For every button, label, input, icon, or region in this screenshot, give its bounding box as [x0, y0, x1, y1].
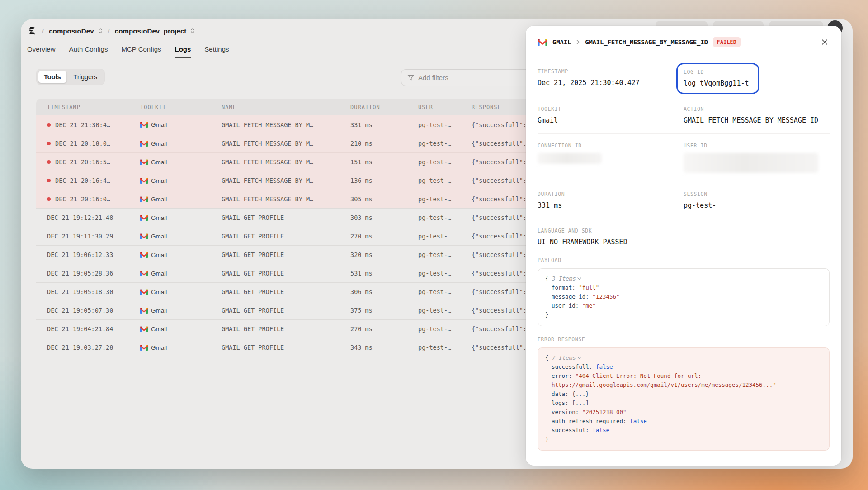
gmail-icon — [140, 141, 148, 147]
panel-action-title: GMAIL_FETCH_MESSAGE_BY_MESSAGE_ID — [585, 38, 708, 46]
cell-toolkit: Gmail — [140, 270, 222, 277]
error-response-label: ERROR RESPONSE — [538, 336, 830, 343]
tab-logs[interactable]: Logs — [175, 45, 191, 58]
json-entry-successful: successful: false — [545, 426, 822, 435]
composio-logo-icon[interactable] — [27, 26, 37, 36]
log-detail-body: TIMESTAMP Dec 21, 2025 21:30:40.427 LOG … — [526, 57, 841, 451]
json-entry-continuation: https://gmail.googleapis.com/gmail/v1/us… — [545, 381, 822, 390]
segment-triggers[interactable]: Triggers — [68, 71, 104, 83]
cell-name: GMAIL_GET_PROFILE — [222, 288, 350, 295]
close-icon[interactable] — [820, 37, 830, 47]
column-header-timestamp: TIMESTAMP — [47, 104, 140, 110]
project-switcher-icon[interactable] — [190, 27, 195, 34]
payload-json-viewer[interactable]: { 3 Itemsformat: "full"message_id: "1234… — [538, 268, 830, 326]
field-log-id: LOG ID log_tVqomBgg11-t — [684, 68, 830, 88]
cell-name: GMAIL_GET_PROFILE — [222, 307, 350, 314]
cell-toolkit: Gmail — [140, 121, 222, 128]
tab-settings[interactable]: Settings — [204, 45, 229, 58]
tab-overview[interactable]: Overview — [27, 45, 56, 58]
cell-duration: 305 ms — [350, 195, 418, 203]
cell-toolkit: Gmail — [140, 252, 222, 258]
log-id-focus-ring[interactable]: LOG ID log_tVqomBgg11-t — [676, 63, 760, 94]
cell-timestamp: DEC 21 19:05:07.30 — [47, 307, 140, 314]
error-response-json-viewer[interactable]: { 7 Itemssuccessfull: falseerror: "404 C… — [538, 347, 830, 451]
cell-toolkit: Gmail — [140, 326, 222, 333]
field-row: LANGUAGE AND SDK UI NO_FRAMEWORK_PASSED — [538, 219, 830, 255]
cell-name: GMAIL_GET_PROFILE — [222, 344, 350, 351]
gmail-icon — [140, 196, 148, 202]
status-badge: FAILED — [713, 37, 741, 47]
cell-user: pg-test-… — [418, 251, 472, 258]
segment-tools[interactable]: Tools — [38, 71, 67, 83]
json-items-summary[interactable]: { 7 Items — [545, 353, 822, 362]
app-window: / composioDev / composioDev_project Over… — [21, 19, 853, 469]
field-toolkit: TOOLKIT Gmail — [538, 106, 684, 124]
cell-timestamp: DEC 21 19:11:30.29 — [47, 233, 140, 240]
json-entry-format: format: "full" — [545, 283, 822, 292]
gmail-icon — [140, 345, 148, 351]
cell-duration: 210 ms — [350, 140, 418, 147]
payload-label: PAYLOAD — [538, 257, 830, 263]
cell-user: pg-test-… — [418, 195, 472, 203]
column-header-user: USER — [418, 104, 472, 110]
json-entry-error: error: "404 Client Error: Not Found for … — [545, 371, 822, 381]
chevron-right-icon — [576, 39, 580, 45]
json-entry-user_id: user_id: "me" — [545, 301, 822, 310]
cell-name: GMAIL_FETCH_MESSAGE_BY_M… — [222, 140, 350, 147]
cell-name: GMAIL_GET_PROFILE — [222, 325, 350, 333]
log-detail-header: GMAIL GMAIL_FETCH_MESSAGE_BY_MESSAGE_ID … — [526, 26, 841, 57]
json-entry-auth_refresh_required: auth_refresh_required: false — [545, 417, 822, 426]
cell-duration: 270 ms — [350, 325, 418, 333]
cell-duration: 303 ms — [350, 214, 418, 221]
breadcrumb: / composioDev / composioDev_project — [27, 24, 195, 37]
cell-timestamp: DEC 21 20:18:0… — [47, 140, 140, 147]
cell-duration: 375 ms — [350, 307, 418, 314]
tab-auth-configs[interactable]: Auth Configs — [69, 45, 108, 58]
gmail-icon — [140, 308, 148, 314]
json-entry-data: data: {...} — [545, 390, 822, 399]
field-duration: DURATION 331 ms — [538, 191, 684, 209]
cell-toolkit: Gmail — [140, 196, 222, 203]
org-name[interactable]: composioDev — [49, 27, 94, 35]
gmail-icon — [140, 271, 148, 276]
field-user-id: USER ID — [684, 143, 830, 173]
cell-timestamp: DEC 21 19:12:21.48 — [47, 214, 140, 221]
funnel-icon — [407, 74, 414, 81]
cell-user: pg-test-… — [418, 158, 472, 166]
column-header-duration: DURATION — [350, 104, 418, 110]
cell-name: GMAIL_GET_PROFILE — [222, 270, 350, 277]
tab-mcp-configs[interactable]: MCP Configs — [121, 45, 161, 58]
cell-timestamp: DEC 21 19:06:12.33 — [47, 251, 140, 258]
failed-dot-icon — [47, 123, 51, 127]
panel-toolkit-crumb[interactable]: GMAIL — [552, 38, 571, 46]
cell-name: GMAIL_FETCH_MESSAGE_BY_M… — [222, 158, 350, 166]
add-filters-label: Add filters — [418, 74, 448, 81]
json-closing-brace: } — [545, 435, 822, 444]
json-items-summary[interactable]: { 3 Items — [545, 274, 822, 283]
tab-bar: OverviewAuth ConfigsMCP ConfigsLogsSetti… — [27, 45, 229, 58]
json-entry-message_id: message_id: "123456" — [545, 292, 822, 301]
cell-user: pg-test-… — [418, 214, 472, 221]
gmail-icon — [140, 326, 148, 332]
cell-duration: 320 ms — [350, 251, 418, 258]
cell-user: pg-test-… — [418, 121, 472, 128]
gmail-icon — [140, 289, 148, 295]
field-language-sdk: LANGUAGE AND SDK UI NO_FRAMEWORK_PASSED — [538, 228, 830, 246]
project-name[interactable]: composioDev_project — [115, 27, 187, 35]
failed-dot-icon — [47, 179, 51, 182]
json-entry-successfull: successfull: false — [545, 362, 822, 371]
cell-name: GMAIL_GET_PROFILE — [222, 214, 350, 221]
cell-toolkit: Gmail — [140, 159, 222, 166]
gmail-icon — [140, 122, 148, 128]
breadcrumb-separator: / — [108, 27, 110, 35]
cell-toolkit: Gmail — [140, 307, 222, 314]
user-id-redacted-value — [684, 153, 818, 173]
cell-toolkit: Gmail — [140, 140, 222, 147]
cell-user: pg-test-… — [418, 177, 472, 184]
org-switcher-icon[interactable] — [98, 27, 103, 34]
cell-user: pg-test-… — [418, 344, 472, 351]
log-detail-panel: GMAIL GMAIL_FETCH_MESSAGE_BY_MESSAGE_ID … — [526, 26, 841, 466]
field-connection-id: CONNECTION ID — [538, 143, 684, 173]
cell-duration: 343 ms — [350, 344, 418, 351]
cell-toolkit: Gmail — [140, 233, 222, 240]
